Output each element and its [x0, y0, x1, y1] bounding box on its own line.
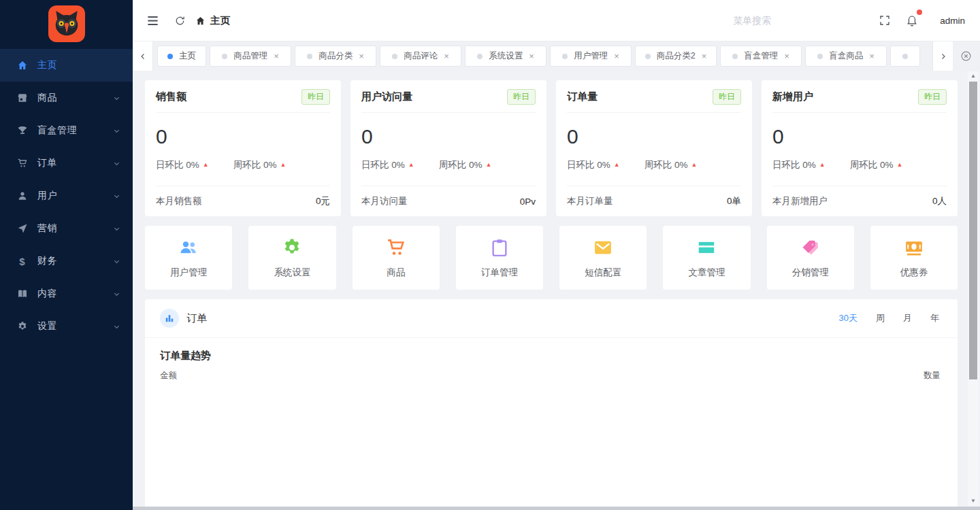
quick-link-coupons[interactable]: 优惠券 — [870, 226, 958, 290]
sidebar-nav: 主页 商品 盲盒管理 — [0, 48, 133, 343]
order-panel: 订单 30天 周 月 年 订单量趋势 金额 数量 — [145, 299, 958, 507]
sidebar-item-content[interactable]: 内容 — [0, 277, 133, 310]
refresh-button[interactable] — [168, 9, 191, 32]
sidebar-item-users[interactable]: 用户 — [0, 180, 133, 212]
tab-status-dot — [817, 54, 823, 59]
quick-link-article-manage[interactable]: 文章管理 — [663, 226, 750, 290]
owl-logo-icon — [52, 10, 81, 38]
close-all-tabs-icon[interactable] — [957, 48, 975, 65]
quick-link-label: 优惠券 — [900, 267, 928, 279]
range-week[interactable]: 周 — [876, 312, 885, 324]
up-triangle-icon: ▲ — [203, 161, 209, 168]
sidebar-item-home[interactable]: 主页 — [0, 49, 133, 82]
tab-partial[interactable] — [890, 46, 920, 67]
tab-goods-category2[interactable]: 商品分类2 × — [635, 46, 717, 67]
vertical-scrollbar[interactable]: ▲ ▼ — [968, 71, 979, 506]
footer-value: 0元 — [316, 195, 330, 207]
quick-link-label: 系统设置 — [274, 267, 310, 279]
sidebar-item-finance[interactable]: $ 财务 — [0, 245, 133, 277]
tab-close-icon[interactable]: × — [274, 52, 279, 61]
sidebar-item-label: 主页 — [37, 59, 57, 71]
sidebar-item-marketing[interactable]: 营销 — [0, 212, 133, 245]
range-30days[interactable]: 30天 — [839, 312, 858, 324]
range-month[interactable]: 月 — [903, 312, 912, 324]
sidebar-item-label: 内容 — [37, 288, 57, 300]
book-icon — [16, 288, 28, 300]
tabs-scroll-left-button[interactable] — [133, 41, 153, 71]
quick-link-distribution-manage[interactable]: 分销管理 — [767, 226, 854, 290]
tab-label: 商品分类2 — [657, 50, 696, 62]
tabs-scroll-right-button[interactable] — [932, 41, 953, 71]
menu-search-input[interactable] — [733, 15, 835, 26]
sidebar-item-label: 财务 — [37, 255, 57, 267]
scrollbar-down-arrow-icon[interactable]: ▼ — [968, 496, 979, 506]
tab-label: 盲盒管理 — [744, 50, 778, 62]
stat-cards-row: 销售额 昨日 0 日环比 0%▲ 周环比 0%▲ 本月销售额 0元 用户访问量 … — [145, 80, 958, 216]
range-year[interactable]: 年 — [930, 312, 939, 324]
tab-home[interactable]: 主页 — [157, 46, 206, 67]
tab-goods-manage[interactable]: 商品管理 × — [210, 46, 291, 67]
tab-system-settings[interactable]: 系统设置 × — [465, 46, 546, 67]
yesterday-badge: 昨日 — [301, 89, 330, 105]
card-ratios: 日环比 0%▲ 周环比 0%▲ — [361, 159, 536, 171]
trophy-icon — [16, 125, 28, 137]
scrollbar-thumb[interactable] — [969, 82, 977, 379]
tab-close-icon[interactable]: × — [869, 52, 875, 61]
tab-status-dot — [562, 54, 568, 59]
breadcrumb-label: 主页 — [210, 14, 230, 27]
tab-close-icon[interactable]: × — [359, 52, 364, 61]
tab-close-icon[interactable]: × — [784, 52, 789, 61]
card-title: 新增用户 — [772, 90, 813, 103]
user-icon — [16, 190, 28, 202]
collapse-sidebar-button[interactable] — [141, 9, 164, 32]
tab-blindbox-goods[interactable]: 盲盒商品 × — [805, 46, 887, 67]
tab-label: 系统设置 — [489, 50, 523, 62]
chevron-down-icon — [113, 225, 120, 233]
tab-status-dot — [477, 54, 483, 59]
tab-close-icon[interactable]: × — [614, 52, 619, 61]
tab-user-manage[interactable]: 用户管理 × — [550, 46, 632, 67]
sidebar-item-settings[interactable]: 设置 — [0, 310, 133, 343]
footer-label: 本月访问量 — [361, 195, 408, 207]
tab-status-dot — [902, 54, 908, 59]
tab-status-dot — [167, 54, 173, 59]
quick-link-sms-config[interactable]: 短信配置 — [559, 226, 647, 290]
tab-label: 用户管理 — [574, 50, 608, 62]
banknote-icon — [903, 237, 925, 258]
tab-label: 盲盒商品 — [829, 50, 863, 62]
bottom-edge — [133, 507, 980, 510]
chevron-down-icon — [113, 95, 120, 102]
tab-close-icon[interactable]: × — [444, 52, 449, 61]
notifications-button[interactable] — [900, 9, 924, 32]
card-value: 0 — [361, 125, 536, 148]
sidebar-item-blindbox[interactable]: 盲盒管理 — [0, 114, 133, 147]
user-menu[interactable]: admin — [940, 16, 965, 26]
fullscreen-button[interactable] — [873, 9, 896, 32]
card-title: 用户访问量 — [361, 90, 412, 103]
day-ratio: 日环比 0%▲ — [567, 159, 620, 171]
app-logo[interactable] — [48, 5, 85, 42]
tab-goods-category[interactable]: 商品分类 × — [295, 46, 376, 67]
sidebar: 主页 商品 盲盒管理 — [0, 0, 133, 510]
tab-label: 主页 — [179, 50, 196, 62]
card-header: 新增用户 昨日 — [772, 89, 947, 113]
quick-link-user-manage[interactable]: 用户管理 — [145, 226, 232, 290]
tab-close-icon[interactable]: × — [702, 52, 707, 61]
scrollbar-up-arrow-icon[interactable]: ▲ — [968, 71, 979, 81]
tab-blindbox-manage[interactable]: 盲盒管理 × — [720, 46, 802, 67]
app-window: 主页 商品 盲盒管理 — [0, 0, 980, 510]
up-triangle-icon: ▲ — [408, 161, 414, 168]
tab-goods-comments[interactable]: 商品评论 × — [380, 46, 461, 67]
sidebar-item-orders[interactable]: 订单 — [0, 147, 133, 180]
quick-link-goods[interactable]: 商品 — [353, 226, 440, 290]
sidebar-item-goods[interactable]: 商品 — [0, 82, 133, 114]
quick-links-row: 用户管理 系统设置 商品 订单管理 — [145, 226, 958, 290]
quick-link-system-settings[interactable]: 系统设置 — [248, 226, 336, 290]
breadcrumb[interactable]: 主页 — [195, 14, 230, 27]
tab-status-dot — [307, 54, 312, 59]
up-triangle-icon: ▲ — [614, 161, 620, 168]
clipboard-icon — [489, 237, 510, 258]
tab-close-icon[interactable]: × — [529, 52, 534, 61]
week-ratio: 周环比 0%▲ — [439, 159, 492, 171]
quick-link-order-manage[interactable]: 订单管理 — [456, 226, 543, 290]
